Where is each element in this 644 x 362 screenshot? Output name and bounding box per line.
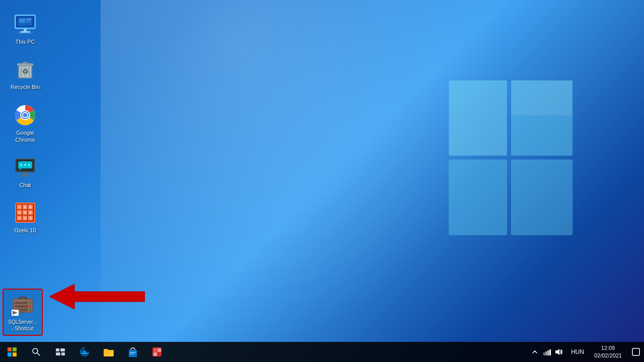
svg-point-35	[21, 164, 22, 166]
svg-rect-28	[15, 114, 35, 116]
taskbar: HUN 12:09 02/02/2021	[0, 342, 644, 362]
sqlserver-shortcut-icon[interactable]: SQLServer...- Shortcut	[3, 289, 45, 338]
svg-rect-98	[632, 348, 639, 355]
svg-point-36	[25, 164, 26, 166]
taskbar-pinned-items	[72, 342, 169, 362]
google-chrome-label: Google Chrome	[7, 129, 43, 144]
svg-rect-75	[56, 348, 59, 351]
svg-point-64	[28, 306, 30, 308]
svg-marker-68	[49, 284, 145, 309]
desktop: This PC ♻	[0, 0, 644, 362]
ozeki-10-icon[interactable]: 7 8 9 4 5 6 1 2 3 Ozeki 10	[5, 198, 45, 237]
clock-time: 12:09	[601, 344, 615, 352]
language-indicator[interactable]: HUN	[567, 342, 588, 362]
svg-rect-94	[545, 351, 547, 355]
this-pc-icon[interactable]: This PC	[5, 9, 45, 48]
svg-rect-93	[543, 352, 545, 355]
svg-rect-77	[56, 352, 60, 355]
volume-icon[interactable]	[554, 347, 564, 357]
tray-expand-icon[interactable]	[530, 347, 540, 357]
svg-rect-3	[511, 160, 573, 235]
svg-point-65	[28, 309, 30, 311]
svg-rect-76	[60, 348, 65, 351]
action-center-button[interactable]	[628, 342, 644, 362]
taskbar-task-view-button[interactable]	[48, 342, 72, 362]
svg-rect-31	[24, 172, 27, 175]
svg-rect-11	[19, 19, 25, 23]
recycle-bin-icon[interactable]: ♻ Recycle Bin	[5, 54, 45, 94]
svg-rect-12	[26, 19, 31, 20]
svg-rect-92	[157, 352, 161, 356]
taskbar-app4-button[interactable]	[145, 342, 169, 362]
svg-rect-9	[20, 31, 30, 33]
svg-rect-2	[449, 160, 507, 235]
svg-rect-95	[547, 350, 549, 355]
svg-point-63	[28, 302, 30, 304]
svg-rect-8	[24, 29, 27, 31]
chat-label: Chat	[19, 182, 31, 189]
taskbar-edge-button[interactable]	[72, 342, 97, 362]
svg-rect-82	[104, 351, 113, 352]
svg-rect-14	[17, 33, 33, 34]
red-arrow	[49, 279, 145, 314]
svg-rect-18	[23, 62, 28, 64]
ozeki-10-label: Ozeki 10	[14, 227, 36, 234]
svg-rect-69	[8, 347, 12, 351]
svg-rect-87	[130, 353, 134, 354]
svg-line-20	[21, 67, 22, 76]
google-chrome-icon[interactable]: Google Chrome	[5, 100, 45, 147]
recycle-bin-label: Recycle Bin	[11, 83, 40, 90]
svg-rect-96	[549, 349, 551, 355]
svg-rect-84	[105, 354, 109, 355]
svg-rect-13	[26, 21, 30, 22]
svg-rect-90	[157, 348, 161, 352]
svg-marker-97	[555, 349, 559, 355]
svg-rect-71	[8, 352, 12, 356]
svg-rect-72	[13, 352, 17, 356]
taskbar-clock[interactable]: 12:09 02/02/2021	[588, 342, 628, 362]
svg-rect-89	[153, 348, 157, 352]
svg-line-74	[37, 353, 40, 355]
svg-point-37	[29, 164, 30, 166]
sqlserver-shortcut-label: SQLServer...- Shortcut	[8, 319, 37, 332]
svg-rect-70	[13, 347, 17, 351]
this-pc-label: This PC	[15, 38, 35, 45]
svg-rect-86	[130, 352, 136, 353]
chat-icon[interactable]: Chat	[5, 152, 45, 192]
svg-rect-5	[511, 80, 573, 115]
windows-logo	[448, 80, 574, 241]
taskbar-right: HUN 12:09 02/02/2021	[527, 342, 644, 362]
network-icon[interactable]	[542, 347, 552, 357]
taskbar-search-button[interactable]	[24, 342, 48, 362]
clock-date: 02/02/2021	[594, 352, 622, 359]
taskbar-tray	[527, 342, 567, 362]
svg-rect-91	[153, 352, 157, 356]
svg-line-22	[29, 67, 29, 76]
svg-rect-78	[61, 352, 65, 355]
svg-rect-32	[20, 175, 30, 176]
start-button[interactable]	[0, 342, 24, 362]
taskbar-store-button[interactable]	[121, 342, 145, 362]
taskbar-file-explorer-button[interactable]	[97, 342, 121, 362]
svg-rect-4	[449, 80, 507, 155]
svg-rect-83	[105, 352, 110, 353]
